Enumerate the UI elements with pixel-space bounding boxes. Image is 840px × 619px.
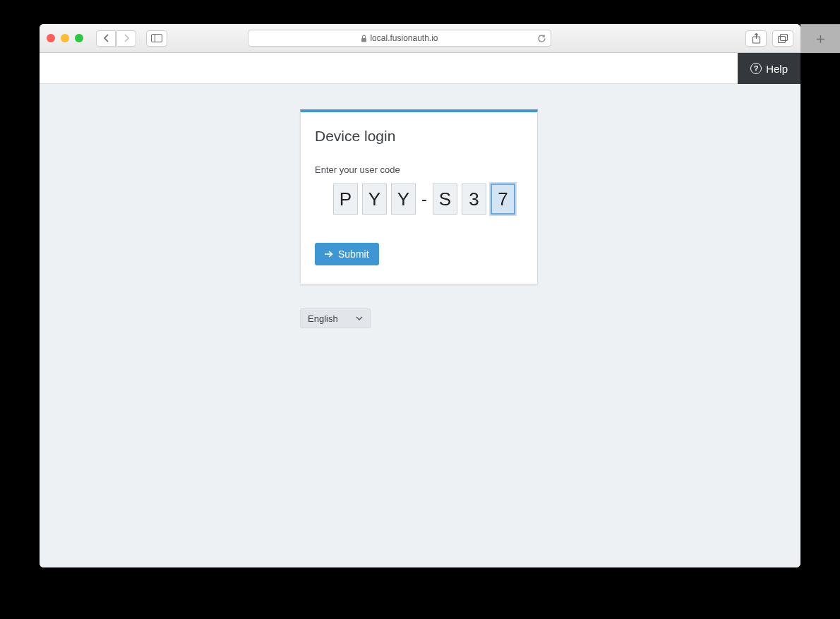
code-input-6[interactable] xyxy=(491,184,515,215)
svg-rect-0 xyxy=(152,35,162,42)
tabs-button[interactable] xyxy=(772,30,793,47)
url-bar[interactable]: local.fusionauth.io xyxy=(248,30,551,47)
share-button[interactable] xyxy=(745,30,767,47)
app-header: ? Help xyxy=(40,53,800,84)
code-input-5[interactable] xyxy=(462,184,486,215)
chevron-left-icon xyxy=(103,34,109,42)
code-separator: - xyxy=(420,189,428,209)
question-circle-icon: ? xyxy=(750,63,762,74)
back-button[interactable] xyxy=(96,30,116,47)
browser-window: local.fusionauth.io ? Help Device login … xyxy=(40,24,800,567)
card-title: Device login xyxy=(315,128,523,145)
user-code-inputs: - xyxy=(333,184,523,215)
forward-button[interactable] xyxy=(116,30,136,47)
svg-rect-5 xyxy=(778,36,785,42)
help-label: Help xyxy=(766,63,788,75)
minimize-window-button[interactable] xyxy=(61,34,69,42)
new-tab-area xyxy=(800,24,840,53)
chevron-down-icon xyxy=(356,316,363,320)
lock-icon xyxy=(361,35,367,42)
svg-rect-2 xyxy=(361,38,366,42)
language-selected: English xyxy=(308,313,338,324)
url-text: local.fusionauth.io xyxy=(370,33,438,43)
sidebar-icon xyxy=(151,34,162,42)
page-content: ? Help Device login Enter your user code… xyxy=(40,53,800,567)
code-input-2[interactable] xyxy=(362,184,387,215)
close-window-button[interactable] xyxy=(47,34,55,42)
submit-button[interactable]: Submit xyxy=(315,243,379,265)
nav-buttons xyxy=(96,30,136,47)
submit-label: Submit xyxy=(338,248,369,260)
sidebar-toggle-button[interactable] xyxy=(146,30,167,47)
svg-rect-6 xyxy=(780,34,787,40)
arrow-right-icon xyxy=(325,251,333,258)
maximize-window-button[interactable] xyxy=(75,34,83,42)
device-login-card: Device login Enter your user code - Subm… xyxy=(300,109,538,284)
new-tab-button[interactable] xyxy=(816,35,825,44)
code-input-4[interactable] xyxy=(433,184,457,215)
code-input-3[interactable] xyxy=(391,184,416,215)
right-toolbar xyxy=(745,30,793,47)
tabs-icon xyxy=(778,34,788,43)
field-label: Enter your user code xyxy=(315,164,523,175)
window-controls xyxy=(47,34,83,42)
browser-chrome: local.fusionauth.io xyxy=(40,24,800,53)
plus-icon xyxy=(816,35,825,44)
chevron-right-icon xyxy=(124,34,130,42)
share-icon xyxy=(752,33,761,44)
help-button[interactable]: ? Help xyxy=(738,53,800,84)
refresh-button[interactable] xyxy=(537,34,546,43)
code-input-1[interactable] xyxy=(333,184,358,215)
refresh-icon xyxy=(537,34,546,43)
language-select[interactable]: English xyxy=(300,308,371,328)
